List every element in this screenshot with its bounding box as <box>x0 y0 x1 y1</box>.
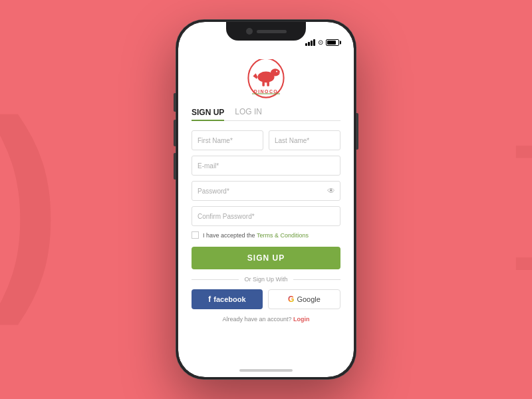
front-camera <box>246 28 253 35</box>
auth-tabs: SIGN UP LOG IN <box>192 107 340 121</box>
terms-checkbox-row: I have accepted the Terms & Conditions <box>192 231 340 239</box>
svg-rect-6 <box>267 82 269 86</box>
password-toggle-icon[interactable]: 👁 <box>327 186 335 196</box>
already-text: Already have an account? <box>222 316 291 323</box>
phone-shell: ⊙ <box>176 20 356 379</box>
google-icon: G <box>288 295 294 304</box>
email-input[interactable] <box>192 156 340 176</box>
notch <box>226 22 306 41</box>
facebook-button[interactable]: f facebook <box>192 289 263 309</box>
google-label: Google <box>297 295 320 303</box>
phone-inner: ⊙ <box>178 22 354 377</box>
battery-fill <box>327 41 336 45</box>
speaker <box>257 30 287 33</box>
already-row: Already have an account? Login <box>192 316 340 323</box>
name-row <box>192 130 340 150</box>
facebook-icon: f <box>208 295 211 304</box>
login-link[interactable]: Login <box>293 316 310 323</box>
divider-line-left <box>192 279 239 280</box>
svg-text:DINOCO: DINOCO <box>254 89 278 94</box>
screen-content[interactable]: DINOCO SIGN UP LOG IN <box>178 50 354 364</box>
terms-label: I have accepted the Terms & Conditions <box>203 232 309 239</box>
svg-marker-4 <box>253 73 257 78</box>
password-input[interactable] <box>192 181 340 201</box>
phone-screen: ⊙ <box>178 22 354 377</box>
svg-rect-5 <box>262 82 265 86</box>
password-wrapper: 👁 <box>192 181 340 201</box>
dinoco-logo: DINOCO <box>243 59 289 99</box>
terms-checkbox[interactable] <box>192 231 199 239</box>
confirm-password-wrapper <box>192 206 340 226</box>
bg-decoration-right: ] <box>514 120 532 273</box>
home-bar <box>239 369 293 372</box>
signup-button[interactable]: SIGN UP <box>192 247 340 269</box>
wifi-icon: ⊙ <box>318 39 323 46</box>
svg-point-7 <box>276 70 277 72</box>
or-divider: Or Sign Up With <box>192 276 340 283</box>
google-button[interactable]: G Google <box>268 289 340 309</box>
mute-button <box>174 93 176 112</box>
email-wrapper <box>192 156 340 176</box>
tab-login[interactable]: LOG IN <box>235 107 262 116</box>
divider-line-right <box>293 279 340 280</box>
facebook-label: facebook <box>213 295 245 303</box>
status-icons: ⊙ <box>305 39 339 46</box>
signal-icon <box>305 39 315 46</box>
first-name-input[interactable] <box>192 130 263 150</box>
or-text: Or Sign Up With <box>244 276 287 283</box>
home-indicator <box>178 364 354 377</box>
volume-up-button <box>174 120 176 146</box>
battery-icon <box>326 39 339 46</box>
social-row: f facebook G Google <box>192 289 340 309</box>
terms-link[interactable]: Terms & Conditions <box>257 232 309 239</box>
power-button <box>356 113 358 150</box>
last-name-input[interactable] <box>269 130 340 150</box>
tab-signup[interactable]: SIGN UP <box>192 108 224 121</box>
volume-down-button <box>174 153 176 180</box>
logo-area: DINOCO <box>192 55 340 99</box>
bg-decoration-left: ) <box>0 86 62 313</box>
confirm-password-input[interactable] <box>192 206 340 226</box>
